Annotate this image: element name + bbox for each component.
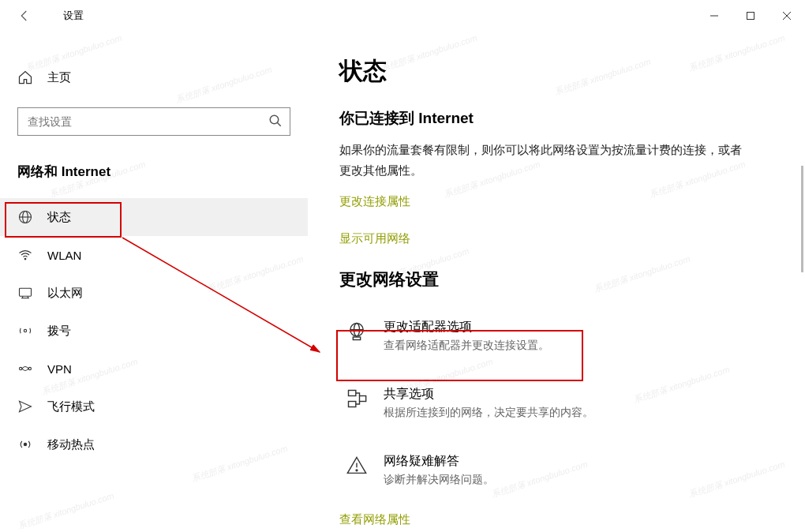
svg-point-4 bbox=[270, 115, 279, 124]
sidebar-item-status[interactable]: 状态 bbox=[0, 198, 308, 236]
svg-point-17 bbox=[24, 443, 26, 445]
page-title: 状态 bbox=[339, 55, 773, 88]
connected-body: 如果你的流量套餐有限制，则你可以将此网络设置为按流量计费的连接，或者更改其他属性… bbox=[339, 140, 750, 180]
svg-line-5 bbox=[277, 122, 281, 126]
link-change-connection-props[interactable]: 更改连接属性 bbox=[339, 194, 773, 209]
maximize-button[interactable] bbox=[732, 0, 769, 32]
sidebar-item-ethernet[interactable]: 以太网 bbox=[0, 274, 308, 312]
connected-heading: 你已连接到 Internet bbox=[339, 108, 773, 129]
wifi-icon bbox=[17, 247, 33, 263]
warning-icon bbox=[346, 455, 368, 477]
setting-desc: 查看网络适配器并更改连接设置。 bbox=[384, 339, 549, 353]
vpn-icon bbox=[17, 361, 33, 377]
sidebar-item-airplane[interactable]: 飞行模式 bbox=[0, 388, 308, 425]
sidebar: 主页 网络和 Internet 状态 bbox=[0, 32, 308, 532]
hotspot-icon bbox=[17, 436, 33, 452]
search-input[interactable] bbox=[17, 107, 290, 136]
sidebar-nav: 状态 WLAN 以太网 bbox=[0, 198, 308, 463]
sidebar-item-label: 以太网 bbox=[47, 286, 83, 301]
back-button[interactable] bbox=[9, 0, 39, 32]
search-wrap bbox=[17, 107, 290, 136]
airplane-icon bbox=[17, 399, 33, 414]
sidebar-item-label: 状态 bbox=[47, 210, 71, 225]
sidebar-item-dialup[interactable]: 拨号 bbox=[0, 312, 308, 350]
sidebar-item-label: 飞行模式 bbox=[47, 399, 95, 414]
ethernet-icon bbox=[17, 285, 33, 301]
link-show-networks[interactable]: 显示可用网络 bbox=[339, 231, 773, 246]
window-controls bbox=[696, 0, 805, 32]
svg-point-14 bbox=[24, 329, 26, 332]
main-content: 状态 你已连接到 Internet 如果你的流量套餐有限制，则你可以将此网络设置… bbox=[308, 32, 805, 532]
dial-icon bbox=[17, 323, 33, 339]
window-title: 设置 bbox=[63, 9, 84, 23]
setting-title: 共享选项 bbox=[384, 386, 593, 403]
title-bar: 设置 bbox=[0, 0, 805, 32]
globe-icon bbox=[346, 320, 368, 343]
svg-point-15 bbox=[20, 367, 22, 369]
sidebar-item-label: 移动热点 bbox=[47, 437, 95, 452]
sidebar-item-label: WLAN bbox=[47, 249, 81, 262]
svg-rect-22 bbox=[349, 391, 356, 396]
svg-rect-1 bbox=[747, 13, 754, 20]
sidebar-item-vpn[interactable]: VPN bbox=[0, 350, 308, 388]
change-network-settings-heading: 更改网络设置 bbox=[339, 268, 773, 290]
svg-point-16 bbox=[28, 367, 31, 369]
globe-icon bbox=[17, 209, 33, 225]
sidebar-item-label: 拨号 bbox=[47, 324, 71, 339]
svg-rect-24 bbox=[360, 396, 366, 402]
sidebar-section-title: 网络和 Internet bbox=[17, 163, 290, 181]
search-icon bbox=[268, 114, 283, 128]
share-icon bbox=[346, 388, 368, 410]
setting-adapter-options[interactable]: 更改适配器选项 查看网络适配器并更改连接设置。 bbox=[339, 311, 773, 361]
svg-rect-10 bbox=[20, 288, 32, 296]
svg-point-26 bbox=[356, 470, 358, 471]
minimize-button[interactable] bbox=[696, 0, 732, 32]
home-icon bbox=[17, 69, 33, 85]
close-button[interactable] bbox=[769, 0, 805, 32]
sidebar-home[interactable]: 主页 bbox=[0, 62, 308, 93]
setting-desc: 根据所连接到的网络，决定要共享的内容。 bbox=[384, 406, 593, 420]
sidebar-item-hotspot[interactable]: 移动热点 bbox=[0, 425, 308, 463]
svg-rect-21 bbox=[353, 337, 360, 340]
svg-rect-23 bbox=[349, 402, 356, 407]
setting-troubleshoot[interactable]: 网络疑难解答 诊断并解决网络问题。 bbox=[339, 445, 773, 495]
sidebar-item-label: VPN bbox=[47, 362, 72, 376]
setting-sharing-options[interactable]: 共享选项 根据所连接到的网络，决定要共享的内容。 bbox=[339, 378, 773, 428]
sidebar-home-label: 主页 bbox=[47, 70, 71, 85]
setting-title: 网络疑难解答 bbox=[384, 453, 494, 470]
svg-point-9 bbox=[24, 258, 26, 260]
setting-title: 更改适配器选项 bbox=[384, 319, 549, 335]
sidebar-item-wlan[interactable]: WLAN bbox=[0, 236, 308, 274]
link-view-network-props[interactable]: 查看网络属性 bbox=[339, 512, 773, 527]
scrollbar[interactable] bbox=[801, 166, 803, 272]
setting-desc: 诊断并解决网络问题。 bbox=[384, 473, 494, 487]
